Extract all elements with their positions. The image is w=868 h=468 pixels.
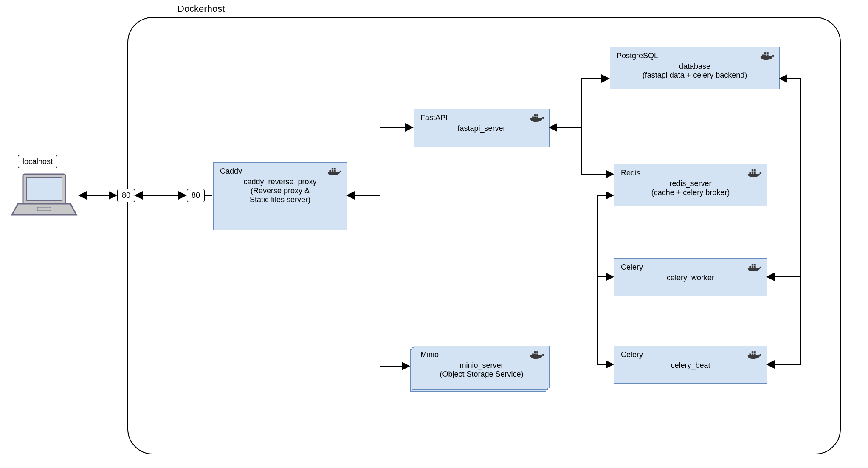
svg-rect-22 <box>767 52 769 54</box>
caddy-node: Caddy caddy_reverse_proxy (Reverse proxy… <box>213 162 347 230</box>
svg-rect-20 <box>767 55 769 57</box>
redis-node: Redis redis_server (cache + celery broke… <box>614 164 767 206</box>
svg-rect-1 <box>26 178 62 200</box>
fastapi-node: FastAPI fastapi_server <box>414 109 550 147</box>
celery-worker-node: Celery celery_worker <box>614 258 767 296</box>
svg-rect-11 <box>534 114 536 116</box>
celery-beat-line1: celery_beat <box>621 361 760 370</box>
svg-rect-28 <box>749 266 751 268</box>
svg-rect-10 <box>536 117 538 119</box>
svg-rect-16 <box>534 351 536 353</box>
svg-rect-35 <box>754 354 756 356</box>
minio-node: Minio minio_server (Object Storage Servi… <box>414 346 550 388</box>
caddy-line3: Static files server) <box>220 195 340 204</box>
svg-rect-26 <box>752 169 754 172</box>
svg-rect-3 <box>329 170 331 172</box>
svg-rect-9 <box>534 117 536 119</box>
fastapi-title: FastAPI <box>420 113 543 122</box>
celery-beat-title: Celery <box>621 350 760 359</box>
svg-rect-6 <box>332 168 334 170</box>
minio-title: Minio <box>420 350 543 359</box>
docker-icon <box>747 350 762 361</box>
svg-rect-25 <box>754 172 756 174</box>
svg-rect-19 <box>764 55 767 57</box>
minio-line1: minio_server <box>420 361 543 370</box>
svg-rect-18 <box>762 55 764 57</box>
svg-rect-15 <box>536 354 538 356</box>
svg-rect-32 <box>754 264 756 266</box>
svg-rect-34 <box>752 354 754 356</box>
svg-rect-30 <box>754 266 756 268</box>
svg-rect-27 <box>754 169 756 172</box>
svg-rect-14 <box>534 354 536 356</box>
svg-rect-29 <box>752 266 754 268</box>
svg-rect-17 <box>536 351 538 353</box>
svg-rect-23 <box>749 172 751 174</box>
minio-line2: (Object Storage Service) <box>420 370 543 379</box>
localhost-badge: localhost <box>18 155 57 168</box>
postgres-node: PostgreSQL database (fastapi data + cele… <box>610 47 780 89</box>
docker-icon <box>760 51 775 62</box>
caddy-line1: caddy_reverse_proxy <box>220 178 340 186</box>
caddy-line2: (Reverse proxy & <box>220 186 340 195</box>
dockerhost-label: Dockerhost <box>178 3 225 14</box>
fastapi-line1: fastapi_server <box>420 124 543 133</box>
redis-title: Redis <box>621 169 760 178</box>
docker-icon <box>530 113 545 124</box>
celery-beat-node: Celery celery_beat <box>614 346 767 384</box>
port-badge-right: 80 <box>187 189 205 202</box>
svg-rect-13 <box>532 354 534 356</box>
svg-rect-21 <box>764 52 767 54</box>
port-badge-left: 80 <box>117 189 135 202</box>
docker-icon <box>530 350 545 361</box>
docker-icon <box>327 166 342 178</box>
docker-icon <box>747 262 762 274</box>
svg-rect-2 <box>37 207 51 211</box>
svg-rect-5 <box>334 170 336 172</box>
postgres-line2: (fastapi data + celery backend) <box>617 71 773 80</box>
svg-rect-36 <box>752 351 754 353</box>
svg-rect-8 <box>532 117 534 119</box>
docker-icon <box>747 168 762 180</box>
svg-rect-31 <box>752 264 754 266</box>
laptop-icon <box>10 170 78 225</box>
svg-rect-24 <box>752 172 754 174</box>
svg-rect-4 <box>332 170 334 172</box>
postgres-line1: database <box>617 62 773 71</box>
svg-rect-12 <box>536 114 538 116</box>
redis-line2: (cache + celery broker) <box>621 188 760 197</box>
celery-worker-line1: celery_worker <box>621 273 760 282</box>
redis-line1: redis_server <box>621 179 760 188</box>
svg-rect-37 <box>754 351 756 353</box>
caddy-title: Caddy <box>220 167 340 176</box>
svg-rect-33 <box>749 354 751 356</box>
svg-rect-7 <box>334 168 336 170</box>
postgres-title: PostgreSQL <box>617 51 773 60</box>
celery-worker-title: Celery <box>621 263 760 272</box>
